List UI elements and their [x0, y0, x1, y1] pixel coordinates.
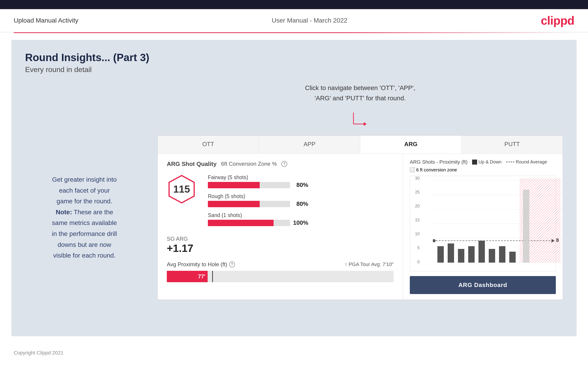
- proximity-header: Avg Proximity to Hole (ft) ? ↑ PGA Tour …: [167, 261, 394, 268]
- tabs: OTT APP ARG PUTT: [158, 136, 563, 154]
- widget-right: ARG Shots - Proximity (ft) Up & Down Rou…: [403, 154, 563, 300]
- left-description: Get greater insight into each facet of y…: [25, 174, 144, 261]
- bar-row-sand: Sand (1 shots) 100%: [208, 212, 394, 226]
- conversion-zone-label: 6ft Conversion Zone %: [221, 161, 277, 167]
- svg-rect-15: [437, 246, 444, 263]
- bar-outer-sand: 100%: [208, 220, 290, 226]
- svg-rect-17: [458, 249, 464, 263]
- chart-header: ARG Shots - Proximity (ft) Up & Down Rou…: [410, 159, 556, 165]
- bar-row-fairway: Fairway (5 shots) 80%: [208, 174, 394, 188]
- chart-yaxis: 30 25 20 15 10 5 0: [410, 176, 421, 264]
- tab-arg[interactable]: ARG: [360, 136, 462, 153]
- svg-rect-20: [489, 249, 495, 263]
- tab-container: OTT APP ARG PUTT ARG Shot Quality 6ft Co…: [157, 135, 563, 300]
- arg-quality-label: ARG Shot Quality: [167, 160, 216, 167]
- bar-label-fairway: Fairway (5 shots): [208, 174, 394, 181]
- svg-rect-25: [523, 190, 529, 263]
- proximity-value: 77': [198, 273, 205, 280]
- clippd-logo: clippd: [541, 14, 574, 27]
- upload-label: Upload Manual Activity: [14, 17, 78, 24]
- bar-label-rough: Rough (5 shots): [208, 193, 394, 200]
- proximity-fill: 77': [167, 271, 208, 282]
- tab-ott[interactable]: OTT: [158, 136, 259, 153]
- panel-body: ARG Shot Quality 6ft Conversion Zone % ?: [158, 154, 563, 300]
- legend-dash-icon: [506, 162, 514, 162]
- bar-percent-fairway: 80%: [296, 182, 308, 189]
- chart-title: ARG Shots - Proximity (ft): [410, 159, 467, 165]
- header: Upload Manual Activity User Manual - Mar…: [0, 9, 588, 32]
- chart-svg: 8: [433, 178, 563, 265]
- arg-shot-quality-header: ARG Shot Quality 6ft Conversion Zone % ?: [167, 160, 394, 167]
- bar-percent-sand: 100%: [293, 219, 309, 226]
- legend-conversion: 6 ft conversion zone: [410, 167, 556, 173]
- left-panel: Get greater insight into each facet of y…: [25, 83, 144, 300]
- svg-rect-22: [509, 252, 516, 263]
- proximity-bar: 77': [167, 271, 394, 282]
- tab-app[interactable]: APP: [259, 136, 360, 153]
- chart-area: 30 25 20 15 10 5 0: [410, 176, 556, 272]
- proximity-label: Avg Proximity to Hole (ft) ?: [167, 261, 235, 268]
- hex-bars-row: 115 Fairway (5 shots) 80%: [167, 174, 394, 231]
- bars-section: Fairway (5 shots) 80% Rough (5 shots): [208, 174, 394, 231]
- proximity-cursor: [212, 271, 213, 282]
- svg-point-12: [433, 239, 436, 242]
- svg-rect-18: [468, 246, 475, 263]
- arg-dashboard-button[interactable]: ARG Dashboard: [410, 276, 556, 294]
- proximity-help-icon[interactable]: ?: [229, 261, 235, 267]
- hex-value: 115: [173, 184, 190, 195]
- top-bar: [0, 0, 588, 9]
- bar-outer-fairway: 80%: [208, 182, 290, 188]
- help-icon[interactable]: ?: [281, 161, 287, 167]
- sg-label: SG ARG: [167, 236, 394, 242]
- widget-left: ARG Shot Quality 6ft Conversion Zone % ?: [158, 154, 403, 300]
- pga-avg-label: ↑ PGA Tour Avg: 7'10": [345, 261, 394, 267]
- section-title: Round Insights... (Part 3): [25, 51, 563, 64]
- svg-marker-2: [364, 122, 367, 126]
- sg-value: +1.17: [167, 242, 394, 254]
- svg-rect-21: [499, 246, 505, 263]
- bar-fill-sand: [208, 220, 274, 226]
- copyright: Copyright Clippd 2021: [0, 343, 588, 363]
- legend-sq-icon: [472, 159, 477, 165]
- nav-hint-area: Click to navigate between 'OTT', 'APP', …: [157, 83, 563, 133]
- proximity-section: Avg Proximity to Hole (ft) ? ↑ PGA Tour …: [167, 261, 394, 282]
- svg-rect-16: [448, 243, 454, 263]
- right-widget: Click to navigate between 'OTT', 'APP', …: [157, 83, 563, 300]
- hex-badge: 115: [167, 174, 197, 204]
- document-label: User Manual - March 2022: [272, 17, 347, 24]
- bar-label-sand: Sand (1 shots): [208, 212, 394, 218]
- legend-round-avg: Round Average: [506, 159, 547, 165]
- header-divider: [14, 32, 574, 33]
- nav-hint-arrow: [157, 110, 563, 133]
- content-layout: Get greater insight into each facet of y…: [25, 83, 563, 300]
- nav-hint: Click to navigate between 'OTT', 'APP', …: [157, 83, 563, 103]
- bar-row-rough: Rough (5 shots) 80%: [208, 193, 394, 207]
- section-subtitle: Every round in detail: [25, 66, 563, 74]
- tab-putt[interactable]: PUTT: [462, 136, 563, 153]
- bar-fill-rough: [208, 201, 260, 207]
- sg-section: SG ARG +1.17: [167, 236, 394, 254]
- main-content: Round Insights... (Part 3) Every round i…: [11, 40, 577, 336]
- legend-up-down: Up & Down: [472, 159, 502, 165]
- bar-outer-rough: 80%: [208, 201, 290, 207]
- bar-fill-fairway: [208, 182, 260, 188]
- svg-rect-19: [478, 241, 485, 263]
- legend-hatch-icon: [410, 167, 415, 172]
- bar-percent-rough: 80%: [296, 200, 308, 208]
